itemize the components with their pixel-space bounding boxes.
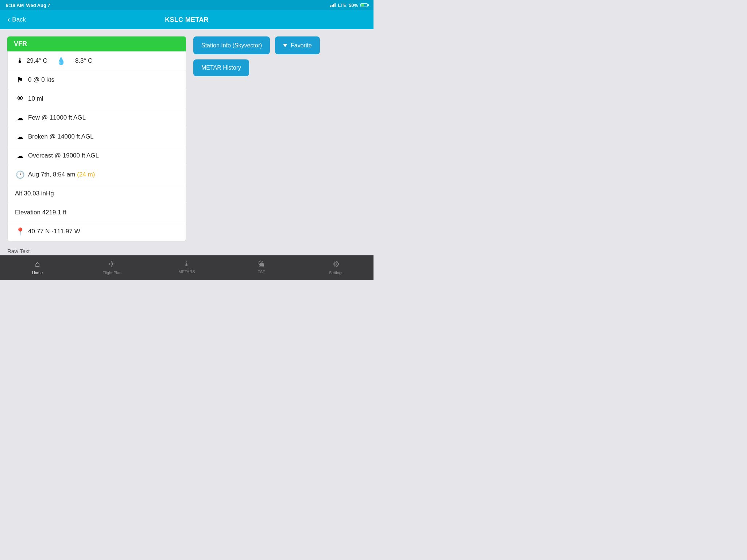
clock-icon: 🕐 [13,170,27,179]
cloud-few-value: Few @ 11000 ft AGL [28,114,86,121]
altimeter-value: Alt 30.03 inHg [15,190,54,197]
raw-text-section: Raw Text KSLC 071454Z 00000KT 10SM FEW11… [7,248,186,255]
wind-icon: ⚑ [13,75,27,84]
elevation-value: Elevation 4219.1 ft [15,209,66,216]
coordinates-value: 40.77 N -111.97 W [28,228,80,235]
action-buttons-row: Station Info (Skyvector) ♥ Favorite [193,36,366,54]
station-info-button[interactable]: Station Info (Skyvector) [193,36,270,54]
visibility-row: 👁 10 mi [8,89,186,108]
elevation-row: Elevation 4219.1 ft [8,203,186,222]
nav-title: KSLC METAR [165,16,209,24]
raw-text-label: Raw Text [7,248,186,254]
vfr-badge: VFR [7,36,186,51]
tab-settings[interactable]: ⚙ Settings [299,256,374,280]
tab-bar: ⌂ Home ✈ Flight Plan 🌡 METARS 🌦 TAF ⚙ Se… [0,255,374,280]
status-bar: 9:18 AM Wed Aug 7 LTE 50% [0,0,374,10]
back-label: Back [12,16,26,23]
cloud-overcast-icon: ☁ [13,151,27,160]
cloud-overcast-value: Overcast @ 19000 ft AGL [28,152,99,159]
thermometer-icon: 🌡 [13,57,27,65]
nav-bar: ‹ Back KSLC METAR [0,10,374,29]
dewpoint-value: 8.3° C [75,57,92,65]
tab-flight-plan-label: Flight Plan [102,271,121,275]
location-icon: 📍 [13,227,27,236]
heart-icon: ♥ [283,42,287,49]
battery-percent: 50% [349,3,358,8]
left-panel: VFR 🌡 29.4° C 💧 8.3° C ⚑ 0 @ 0 kts 👁 10 … [7,36,186,255]
wind-value: 0 @ 0 kts [28,76,54,83]
back-chevron-icon: ‹ [7,16,10,24]
main-content: VFR 🌡 29.4° C 💧 8.3° C ⚑ 0 @ 0 kts 👁 10 … [0,29,374,255]
visibility-value: 10 mi [28,95,43,102]
home-icon: ⌂ [35,260,40,269]
flight-plan-icon: ✈ [109,260,115,269]
metars-icon: 🌡 [183,260,190,268]
tab-taf[interactable]: 🌦 TAF [224,256,299,280]
tab-settings-label: Settings [329,271,344,275]
battery-icon [360,3,368,7]
cloud-few-icon: ☁ [13,113,27,122]
weather-data-table: 🌡 29.4° C 💧 8.3° C ⚑ 0 @ 0 kts 👁 10 mi ☁ [7,51,186,241]
taf-icon: 🌦 [258,260,265,268]
coordinates-row: 📍 40.77 N -111.97 W [8,222,186,241]
dewpoint-icon: 💧 [55,57,68,65]
tab-home-label: Home [32,271,43,275]
cloud-broken-value: Broken @ 14000 ft AGL [28,133,94,140]
back-button[interactable]: ‹ Back [7,16,26,24]
observation-age: (24 m) [77,171,95,178]
tab-home[interactable]: ⌂ Home [0,256,75,280]
tab-metars[interactable]: 🌡 METARS [150,256,224,280]
temperature-row: 🌡 29.4° C 💧 8.3° C [8,51,186,70]
cloud-few-row: ☁ Few @ 11000 ft AGL [8,108,186,127]
lte-label: LTE [338,3,347,8]
tab-taf-label: TAF [258,269,265,274]
tab-flight-plan[interactable]: ✈ Flight Plan [75,256,150,280]
cloud-broken-row: ☁ Broken @ 14000 ft AGL [8,127,186,146]
cloud-broken-icon: ☁ [13,132,27,141]
settings-icon: ⚙ [333,260,340,269]
tab-metars-label: METARS [178,269,195,274]
visibility-icon: 👁 [13,94,27,103]
temperature-value: 29.4° C [27,57,47,65]
observation-time-row: 🕐 Aug 7th, 8:54 am (24 m) [8,165,186,184]
status-day: Wed Aug 7 [26,3,50,8]
metar-history-button[interactable]: METAR History [193,59,249,76]
cloud-overcast-row: ☁ Overcast @ 19000 ft AGL [8,146,186,165]
observation-time-value: Aug 7th, 8:54 am (24 m) [28,171,95,178]
status-time: 9:18 AM [6,3,24,8]
wind-row: ⚑ 0 @ 0 kts [8,70,186,89]
right-panel: Station Info (Skyvector) ♥ Favorite META… [193,36,366,255]
favorite-button[interactable]: ♥ Favorite [275,36,320,54]
signal-icon [330,3,336,7]
altimeter-row: Alt 30.03 inHg [8,184,186,203]
